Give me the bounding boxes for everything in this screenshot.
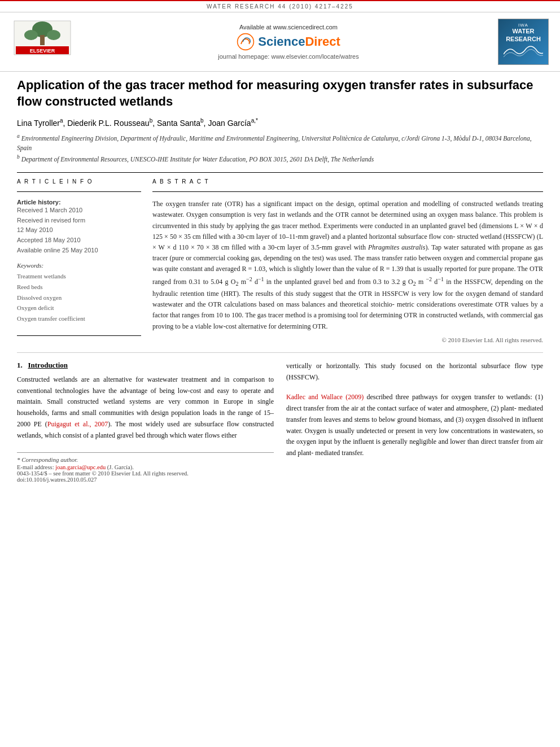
intro-title: Introduction: [28, 361, 68, 369]
sup-b2: b: [200, 117, 204, 124]
sd-icon: [237, 33, 255, 51]
authors-line: Lina Tyrollera, Diederik P.L. Rousseaub,…: [17, 117, 543, 128]
journal-bar-text: WATER RESEARCH 44 (2010) 4217–4225: [207, 3, 353, 10]
sciencedirect-logo: ScienceDirect: [79, 33, 498, 51]
abstract-copyright: © 2010 Elsevier Ltd. All rights reserved…: [152, 337, 543, 343]
puigagut-ref[interactable]: Puigagut et al., 2007: [47, 420, 108, 428]
email-suffix: (J. García).: [107, 464, 134, 470]
history-dates: Received 1 March 2010 Received in revise…: [17, 206, 141, 255]
sup-a2: a,*: [251, 117, 258, 124]
keyword-4: Oxygen deficit: [17, 303, 141, 313]
body-section: 1. Introduction Constructed wetlands are…: [17, 352, 543, 483]
svg-rect-2: [40, 35, 45, 45]
sup-b-ref: b: [17, 154, 20, 160]
affiliation-a: a Environmental Engineering Division, De…: [17, 132, 543, 153]
phragmites-italic: Phragmites australis: [368, 243, 425, 251]
received-revised-date: 12 May 2010: [17, 225, 141, 235]
sd-label: Science: [258, 34, 305, 49]
header-center: Available at www.sciencedirect.com Scien…: [79, 24, 498, 60]
accepted-date: Accepted 18 May 2010: [17, 235, 141, 246]
author-garcia: Joan García: [208, 119, 251, 128]
keyword-5: Oxygen transfer coefficient: [17, 313, 141, 324]
history-label: Article history:: [17, 199, 141, 206]
available-text: Available at www.sciencedirect.com: [79, 24, 498, 30]
footer-note: * Corresponding author. E-mail address: …: [17, 452, 274, 483]
paper-content: Application of the gas tracer method for…: [0, 72, 560, 494]
email-label-text: E-mail address:: [17, 464, 54, 470]
paper-title: Application of the gas tracer method for…: [17, 77, 543, 110]
info-divider: [17, 191, 141, 192]
wr-title: WATERRESEARCH: [503, 28, 544, 42]
keyword-3: Dissolved oxygen: [17, 292, 141, 303]
keyword-1: Treatment wetlands: [17, 271, 141, 282]
affiliations: a Environmental Engineering Division, De…: [17, 132, 543, 164]
author-rousseau: Diederik P.L. Rousseau: [67, 119, 149, 128]
email-address[interactable]: joan.garcia@upc.edu: [55, 464, 106, 470]
article-info-column: A R T I C L E I N F O Article history: R…: [17, 178, 141, 343]
abstract-title: A B S T R A C T: [152, 178, 543, 185]
available-online: Available online 25 May 2010: [17, 246, 141, 256]
header-logos: ELSEVIER Available at www.sciencedirect.…: [0, 12, 560, 72]
svg-text:ELSEVIER: ELSEVIER: [30, 48, 55, 54]
author-tyroller: Lina Tyroller: [17, 119, 60, 128]
sd-label2: Direct: [305, 34, 340, 49]
iwa-label: IWA: [503, 23, 544, 28]
article-history: Article history: Received 1 March 2010 R…: [17, 199, 141, 255]
intro-left-text: Constructed wetlands are an alternative …: [17, 374, 274, 442]
elsevier-svg: ELSEVIER: [11, 18, 73, 63]
sup-a-ref: a: [17, 133, 20, 139]
article-info-abstract: A R T I C L E I N F O Article history: R…: [17, 172, 543, 343]
affiliation-b: b Department of Environmental Resources,…: [17, 153, 543, 164]
copyright-footer: 0043-1354/$ – see front matter © 2010 El…: [17, 470, 274, 477]
author-santa: Santa Santa: [157, 119, 200, 128]
body-right-column: vertically or horizontally. This study f…: [286, 361, 543, 483]
intro-number: 1.: [17, 361, 23, 369]
keywords-section: Keywords: Treatment wetlands Reed beds D…: [17, 262, 141, 324]
sup-b1: b: [150, 117, 153, 124]
wr-icon: [504, 43, 543, 60]
svg-point-3: [24, 30, 38, 40]
email-line: E-mail address: joan.garcia@upc.edu (J. …: [17, 464, 274, 470]
abstract-divider: [152, 191, 543, 192]
kadlec-text: Kadlec and Wallace (2009) described thre…: [286, 392, 543, 459]
journal-bar: WATER RESEARCH 44 (2010) 4217–4225: [0, 0, 560, 12]
intro-right-text: vertically or horizontally. This study f…: [286, 361, 543, 383]
abstract-column: A B S T R A C T The oxygen transfer rate…: [152, 178, 543, 343]
sup-a1: a: [60, 117, 63, 124]
doi-line: doi:10.1016/j.watres.2010.05.027: [17, 477, 274, 483]
abstract-text: The oxygen transfer rate (OTR) has a sig…: [152, 199, 543, 331]
elsevier-logo: ELSEVIER: [11, 18, 79, 65]
svg-point-7: [238, 34, 254, 50]
received-1: Received 1 March 2010: [17, 206, 141, 216]
keyword-2: Reed beds: [17, 282, 141, 292]
journal-homepage-text: journal homepage: www.elsevier.com/locat…: [79, 53, 498, 60]
article-info-title: A R T I C L E I N F O: [17, 178, 141, 185]
received-revised-label: Received in revised form: [17, 216, 141, 226]
body-left-column: 1. Introduction Constructed wetlands are…: [17, 361, 274, 483]
corresponding-label: * Corresponding author.: [17, 456, 274, 463]
kadlec-ref[interactable]: Kadlec and Wallace (2009): [286, 393, 364, 401]
water-research-logo: IWA WATERRESEARCH: [498, 19, 549, 64]
keywords-label: Keywords:: [17, 262, 141, 269]
svg-point-4: [47, 30, 60, 40]
info-bottom-divider: [17, 335, 141, 336]
